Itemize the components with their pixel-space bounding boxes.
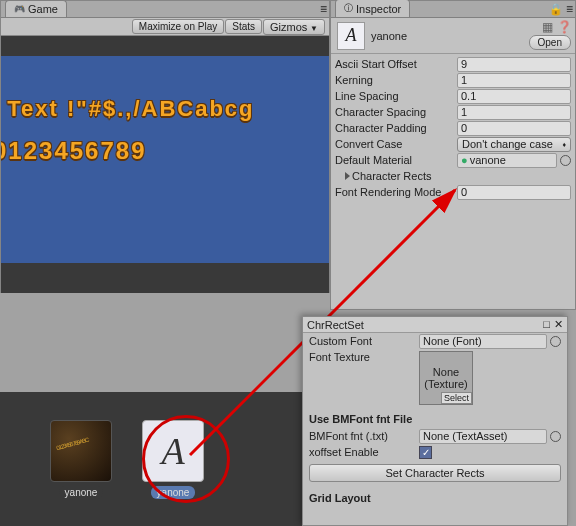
chr-title: ChrRectSet <box>307 319 364 331</box>
preview-text-row: i Text !"#$.,/ABCabcg <box>1 96 329 122</box>
ascii-label: Ascii Start Offset <box>335 58 457 70</box>
object-picker-icon[interactable] <box>550 336 561 347</box>
convert-select[interactable]: Don't change case♦ <box>457 137 571 152</box>
game-viewport: i Text !"#$.,/ABCabcg 0123456789 <box>1 36 329 293</box>
panel-menu-icon[interactable]: ≡ <box>320 2 327 16</box>
inspector-tab-bar: ⓘInspector 🔒≡ <box>331 1 575 18</box>
help-icon[interactable]: ❓ <box>557 20 571 34</box>
inspector-icon: ⓘ <box>344 2 353 15</box>
set-rects-button[interactable]: Set Character Rects <box>309 464 561 482</box>
open-button[interactable]: Open <box>529 35 571 50</box>
lock-icon[interactable]: 🔒 <box>549 3 563 16</box>
kerning-field[interactable]: 1 <box>457 73 571 88</box>
xoff-checkbox[interactable]: ✓ <box>419 446 432 459</box>
texture-select-btn[interactable]: Select <box>441 392 472 404</box>
xoff-label: xoffset Enable <box>309 446 419 458</box>
defmat-field[interactable]: ●vanone <box>457 153 557 168</box>
defmat-label: Default Material <box>335 154 457 166</box>
game-panel: 🎮Game ≡ Maximize on Play Stats Gizmos ▼ … <box>0 0 330 293</box>
asset-material-label: yanone <box>59 486 104 499</box>
gizmos-button[interactable]: Gizmos ▼ <box>263 19 325 35</box>
kerning-label: Kerning <box>335 74 457 86</box>
inspector-header: A yanone ▦❓ Open <box>331 18 575 54</box>
bm-label: BMFont fnt (.txt) <box>309 430 419 442</box>
chrrectset-window: ChrRectSet □✕ Custom FontNone (Font) Fon… <box>302 316 568 526</box>
game-toolbar: Maximize on Play Stats Gizmos ▼ <box>1 18 329 36</box>
window-min-icon[interactable]: □ <box>543 318 550 331</box>
texture-field[interactable]: None (Texture) Select <box>419 351 473 405</box>
inspector-tab-label: Inspector <box>356 3 401 15</box>
charpad-field[interactable]: 0 <box>457 121 571 136</box>
cf-field[interactable]: None (Font) <box>419 334 547 349</box>
inspector-panel: ⓘInspector 🔒≡ A yanone ▦❓ Open Ascii Sta… <box>330 0 576 310</box>
frm-field[interactable]: 0 <box>457 185 571 200</box>
texture-none: None (Texture) <box>420 366 472 390</box>
ft-label: Font Texture <box>309 351 419 363</box>
chr-titlebar[interactable]: ChrRectSet □✕ <box>303 317 567 333</box>
grid-layout-label: Grid Layout <box>303 486 567 507</box>
stats-button[interactable]: Stats <box>225 19 262 34</box>
charpad-label: Character Padding <box>335 122 457 134</box>
game-icon: 🎮 <box>14 4 25 14</box>
material-thumb <box>50 420 112 482</box>
foldout-icon <box>345 172 350 180</box>
object-picker-icon[interactable] <box>550 431 561 442</box>
use-bmfont-label: Use BMFont fnt File <box>303 407 567 428</box>
bm-field[interactable]: None (TextAsset) <box>419 429 547 444</box>
window-close-icon[interactable]: ✕ <box>554 318 563 331</box>
rects-label[interactable]: Character Rects <box>335 170 457 182</box>
ascii-field[interactable]: 9 <box>457 57 571 72</box>
panel-menu-icon[interactable]: ≡ <box>566 2 573 16</box>
inspector-tab[interactable]: ⓘInspector <box>335 0 410 17</box>
game-tab-bar: 🎮Game ≡ <box>1 1 329 18</box>
game-tab-label: Game <box>28 3 58 15</box>
font-asset-icon: A <box>337 22 365 50</box>
cf-label: Custom Font <box>309 335 419 347</box>
property-list: Ascii Start Offset9 Kerning1 Line Spacin… <box>331 54 575 202</box>
annotation-circle <box>142 415 230 503</box>
convert-label: Convert Case <box>335 138 457 150</box>
preview-digits-row: 0123456789 <box>1 137 329 165</box>
object-picker-icon[interactable] <box>560 155 571 166</box>
game-tab[interactable]: 🎮Game <box>5 0 67 17</box>
asset-title: yanone <box>371 30 407 42</box>
charsp-label: Character Spacing <box>335 106 457 118</box>
charsp-field[interactable]: 1 <box>457 105 571 120</box>
maximize-button[interactable]: Maximize on Play <box>132 19 224 34</box>
frm-label: Font Rendering Mode <box>335 186 457 198</box>
linesp-label: Line Spacing <box>335 90 457 102</box>
asset-material[interactable]: yanone <box>50 420 112 499</box>
prefab-icon[interactable]: ▦ <box>540 20 554 34</box>
linesp-field[interactable]: 0.1 <box>457 89 571 104</box>
